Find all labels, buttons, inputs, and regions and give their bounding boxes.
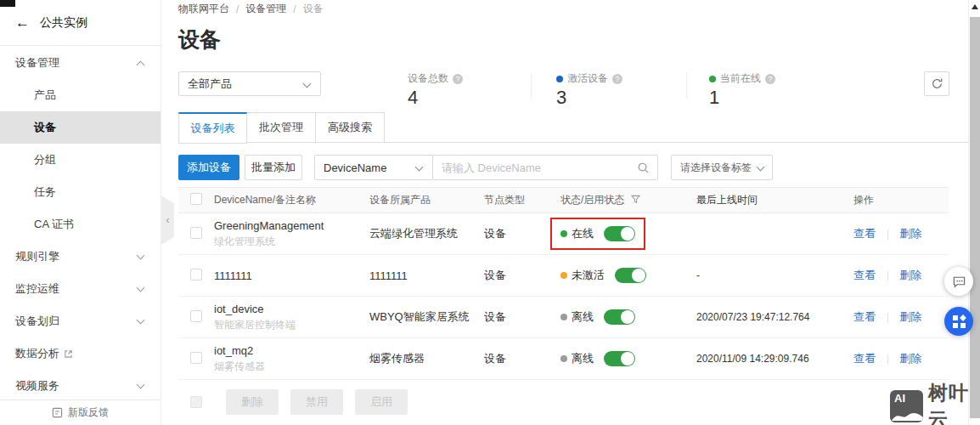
- iot-console-page: ← 公共实例 设备管理 产品 设备 分组 任务 CA 证书 规则引擎 监控运维 …: [0, 0, 980, 425]
- table-row-1: 1111111 1111111 设备 未激活 - 查看 删除: [178, 255, 949, 297]
- product-select-value: 全部产品: [188, 76, 232, 92]
- product-select[interactable]: 全部产品: [178, 71, 321, 96]
- vertical-scrollbar[interactable]: [968, 0, 980, 425]
- sidebar-item-10[interactable]: 视频服务: [0, 370, 161, 402]
- scrollbar-thumb[interactable]: [970, 17, 980, 418]
- sidebar-item-2[interactable]: 设备: [0, 111, 161, 144]
- delete-link[interactable]: 删除: [899, 310, 921, 323]
- device-name[interactable]: iot_mq2: [214, 344, 369, 357]
- col-header-status: 状态/启用状态: [560, 193, 696, 207]
- chevron-up-icon: [137, 61, 145, 70]
- chevron-down-icon: [137, 252, 145, 260]
- add-device-button[interactable]: 添加设备: [178, 155, 239, 180]
- device-node-type: 设备: [484, 351, 560, 366]
- chevron-down-icon: [137, 381, 145, 389]
- stat-value: 4: [408, 87, 463, 109]
- feedback-button[interactable]: 新版反馈: [0, 400, 161, 425]
- sidebar-item-3[interactable]: 分组: [0, 144, 161, 176]
- watermark: AI 树叶云: [890, 380, 980, 425]
- sidebar-item-1[interactable]: 产品: [0, 79, 161, 111]
- delete-link[interactable]: 删除: [899, 269, 921, 281]
- bottom-action-0[interactable]: 删除: [226, 389, 279, 415]
- chevron-down-icon: [137, 284, 145, 292]
- device-last-online: 2020/07/23 19:47:12.764: [696, 311, 853, 323]
- filter-funnel-icon[interactable]: [631, 195, 640, 204]
- bottom-action-bar: 删除禁用启用: [178, 389, 968, 415]
- enable-toggle[interactable]: [615, 268, 646, 283]
- back-arrow-icon[interactable]: ←: [15, 15, 30, 30]
- enable-toggle[interactable]: [604, 309, 635, 325]
- col-header-devicename: DeviceName/备注名称: [214, 193, 369, 207]
- instance-switcher[interactable]: ← 公共实例: [0, 0, 161, 46]
- tab-bar: 设备列表批次管理高级搜索: [178, 112, 968, 143]
- chevron-down-icon: [303, 80, 312, 88]
- tab-1[interactable]: 批次管理: [246, 112, 316, 143]
- help-icon[interactable]: ?: [612, 74, 622, 84]
- enable-toggle[interactable]: [604, 226, 635, 241]
- bottom-select-checkbox[interactable]: [190, 396, 202, 408]
- sidebar-item-5[interactable]: CA 证书: [0, 208, 161, 241]
- refresh-button[interactable]: [924, 71, 949, 96]
- breadcrumb-item-device-mgmt[interactable]: 设备管理: [245, 2, 286, 16]
- delete-link[interactable]: 删除: [899, 352, 921, 365]
- view-link[interactable]: 查看: [853, 269, 876, 281]
- device-note: 烟雾传感器: [214, 360, 369, 374]
- bottom-action-2[interactable]: 启用: [355, 389, 408, 415]
- device-last-online: -: [696, 269, 853, 281]
- sidebar-item-0[interactable]: 设备管理: [0, 47, 161, 79]
- toggle-knob: [621, 352, 634, 366]
- watermark-logo-icon: AI: [890, 390, 923, 422]
- help-icon[interactable]: ?: [453, 74, 463, 84]
- sidebar-item-9[interactable]: 数据分析: [0, 337, 161, 370]
- main-content: 物联网平台 / 设备管理 / 设备 设备 全部产品 设备总数 ? 4 激活设备 …: [178, 0, 968, 425]
- view-link[interactable]: 查看: [853, 352, 876, 365]
- watermark-brand-text: 树叶云: [928, 380, 980, 425]
- breadcrumb-separator: /: [236, 3, 239, 15]
- bottom-action-1[interactable]: 禁用: [290, 389, 343, 415]
- feedback-label: 新版反馈: [68, 405, 109, 420]
- feedback-icon: [52, 407, 63, 418]
- sidebar-item-8[interactable]: 设备划归: [0, 305, 161, 337]
- batch-add-button[interactable]: 批量添加: [245, 155, 302, 180]
- toggle-knob: [632, 269, 645, 282]
- enable-toggle[interactable]: [604, 351, 635, 366]
- sidebar: ← 公共实例 设备管理 产品 设备 分组 任务 CA 证书 规则引擎 监控运维 …: [0, 0, 161, 425]
- row-checkbox[interactable]: [190, 227, 202, 239]
- device-tag-select[interactable]: 请选择设备标签: [671, 155, 773, 180]
- device-status: 在线: [572, 226, 594, 241]
- apps-grid-icon: [953, 315, 966, 328]
- row-checkbox[interactable]: [190, 352, 202, 364]
- view-link[interactable]: 查看: [853, 310, 876, 323]
- stat-value: 1: [709, 87, 775, 109]
- search-type-value: DeviceName: [324, 162, 386, 174]
- support-chat-button[interactable]: [944, 267, 973, 296]
- row-checkbox[interactable]: [190, 269, 202, 280]
- device-product: 烟雾传感器: [369, 351, 484, 366]
- search-icon[interactable]: [637, 162, 650, 178]
- view-link[interactable]: 查看: [853, 227, 876, 240]
- col-header-lastonline: 最后上线时间: [696, 193, 853, 207]
- row-checkbox[interactable]: [190, 310, 202, 322]
- device-note: 绿化管理系统: [214, 235, 369, 249]
- tab-0[interactable]: 设备列表: [178, 112, 247, 144]
- select-all-checkbox[interactable]: [190, 193, 202, 205]
- sidebar-item-4[interactable]: 任务: [0, 176, 161, 208]
- search-type-select[interactable]: DeviceName: [314, 155, 433, 180]
- quick-apps-button[interactable]: [944, 307, 973, 336]
- stat-dot-icon: [709, 76, 716, 82]
- scroll-up-arrow-icon[interactable]: [972, 4, 978, 9]
- device-name[interactable]: GreeningManagement: [214, 219, 369, 232]
- delete-link[interactable]: 删除: [899, 227, 921, 240]
- device-search-input[interactable]: [442, 156, 628, 179]
- device-name[interactable]: 1111111: [214, 269, 369, 282]
- breadcrumb-item-platform[interactable]: 物联网平台: [178, 2, 229, 16]
- tab-2[interactable]: 高级搜索: [315, 112, 385, 143]
- breadcrumb-separator: /: [293, 3, 296, 15]
- sidebar-item-7[interactable]: 监控运维: [0, 273, 161, 305]
- device-status: 未激活: [572, 268, 605, 283]
- action-divider: [887, 230, 888, 240]
- help-icon[interactable]: ?: [765, 74, 775, 84]
- sidebar-item-6[interactable]: 规则引擎: [0, 241, 161, 273]
- sidebar-collapse-handle[interactable]: ‹: [161, 196, 174, 245]
- device-name[interactable]: iot_device: [214, 303, 369, 315]
